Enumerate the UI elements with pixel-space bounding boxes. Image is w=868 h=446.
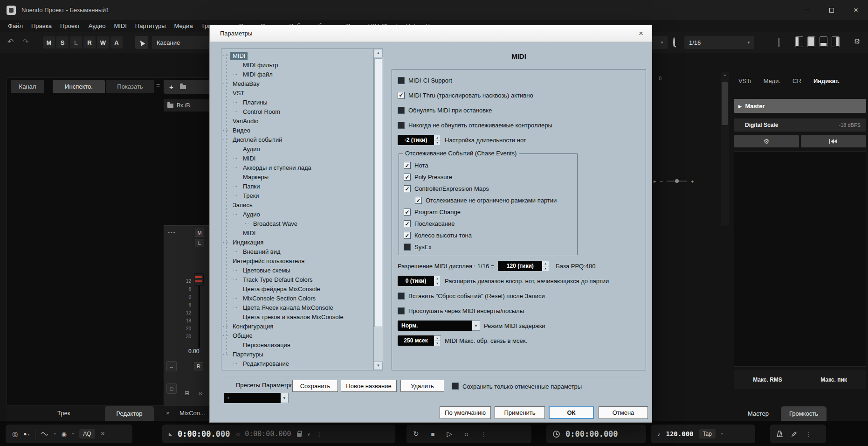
spinner-arrows[interactable]: ▲▼ (434, 276, 441, 286)
fader-value[interactable]: 0.00 (188, 348, 199, 355)
combo-value[interactable]: Норм. (398, 321, 472, 331)
toolbar-letter-button[interactable]: W (97, 36, 109, 49)
tree-item[interactable]: VST (221, 88, 373, 98)
checkbox[interactable] (398, 122, 405, 129)
tree-item[interactable]: Видео (221, 125, 373, 135)
tree-item[interactable]: Цвета треков и каналов MixConsole (221, 312, 373, 321)
dialog-close-button[interactable]: × (630, 25, 652, 42)
tree-item[interactable]: Партитуры (221, 349, 373, 359)
toolbar-letter-button[interactable]: R (83, 36, 96, 49)
transport-time-display[interactable]: 0:00:00.000 (565, 429, 618, 439)
spinner-arrows[interactable]: ▲▼ (542, 261, 549, 271)
toolbar-letter-button[interactable]: A (110, 36, 123, 49)
tree-item[interactable]: Аккорды и ступени лада (221, 163, 373, 172)
max-feedback-spinner[interactable]: 250 мсек ▲▼ (398, 335, 441, 346)
tree-scrollbar[interactable]: ▲ ▼ (373, 49, 383, 370)
scroll-down-button[interactable]: ▼ (374, 362, 383, 370)
extend-range-spinner[interactable]: 0 (тики) ▲▼ (398, 276, 441, 286)
grid-icon[interactable] (778, 38, 779, 47)
lock-icon[interactable] (297, 433, 302, 437)
metronome-level-icon[interactable]: ◉ (61, 431, 66, 438)
tree-item[interactable]: Track Type Default Colors (221, 275, 373, 284)
tree-item[interactable]: Индикация (221, 237, 373, 247)
project-vertical-scrollbar[interactable]: ▲ (721, 72, 729, 226)
checkbox[interactable] (398, 307, 405, 314)
record-button[interactable]: ○ (464, 430, 468, 438)
tree-item[interactable]: Персонализация (221, 340, 373, 349)
pencil-icon[interactable] (791, 431, 797, 437)
right-zone-tab[interactable]: Меди. (764, 77, 780, 84)
tree-item[interactable]: Треки (221, 191, 373, 200)
more-options-icon[interactable]: ••• (168, 230, 176, 235)
more-options-icon[interactable]: ⋮ (481, 431, 487, 438)
audio-activity-icon[interactable] (41, 431, 48, 437)
tree-item[interactable]: Редактирование (221, 359, 373, 368)
chevron-down-icon[interactable]: ∨ (307, 432, 310, 437)
rename-preset-button[interactable]: Новое название (341, 380, 397, 392)
tempo-value[interactable]: 120.000 (666, 430, 694, 438)
apply-button[interactable]: Применить (495, 406, 545, 419)
meter-settings-button[interactable]: ⚙ (734, 135, 799, 147)
selection-tool-button[interactable] (135, 36, 148, 49)
tree-item[interactable]: Плагины (221, 98, 373, 107)
right-zone-tab[interactable]: Индикат. (813, 77, 840, 84)
minimize-button[interactable] (795, 0, 820, 20)
scroll-up-icon[interactable]: ▲ (721, 72, 729, 78)
tree-item[interactable]: VariAudio (221, 116, 373, 125)
toolbar-letter-button[interactable]: M (43, 36, 55, 49)
tree-item[interactable]: Аудио (221, 144, 373, 153)
checkbox[interactable] (452, 383, 459, 390)
tree-item[interactable]: Цвета фейдера MixConsole (221, 284, 373, 293)
primary-time-display[interactable]: 0:00:00.000 (178, 429, 230, 439)
channel-edit-icon[interactable]: □ (166, 383, 177, 394)
tree-item[interactable]: Общие (221, 331, 373, 340)
spinner-value[interactable]: 0 (тики) (398, 276, 434, 286)
tree-item[interactable]: MIDI (221, 51, 373, 60)
tab-inspector[interactable]: Инспекто. (53, 80, 105, 93)
menu-item[interactable]: MIDI (110, 20, 131, 32)
scrollbar-thumb[interactable] (722, 82, 728, 125)
panel-menu-icon[interactable]: = (156, 82, 160, 89)
spinner-arrows[interactable]: ▲▼ (434, 335, 441, 346)
cycle-button[interactable]: ↻ (413, 430, 419, 438)
quantize-magnifier-icon[interactable] (673, 38, 675, 47)
chevron-down-icon[interactable]: ▼ (281, 393, 289, 403)
note-length-spinner[interactable]: -2 (тики) ▲▼ (398, 135, 441, 145)
tap-tempo-button[interactable]: Tap (699, 429, 716, 439)
zone-layout-icon[interactable] (832, 36, 840, 47)
close-button[interactable]: × (844, 0, 868, 20)
tree-item[interactable]: Запись (221, 200, 373, 209)
more-options-icon[interactable]: ⋮ (316, 431, 322, 438)
mute-button[interactable]: M (195, 229, 204, 237)
tree-item[interactable]: MIDI (221, 228, 373, 237)
zoom-out-icon[interactable]: − (660, 179, 663, 184)
read-automation-button[interactable]: R (194, 362, 203, 370)
tree-item[interactable]: Внешний вид (221, 247, 373, 256)
tab-track[interactable]: Трек (57, 410, 70, 417)
stop-button[interactable]: ■ (431, 431, 435, 438)
fader-handle[interactable] (194, 273, 204, 286)
checkbox[interactable] (404, 244, 411, 251)
lower-zone-toggle-icon[interactable] (807, 36, 815, 47)
menu-item[interactable]: Аудио (84, 20, 110, 32)
tree-item[interactable]: Маркеры (221, 172, 373, 181)
chevron-down-icon[interactable]: ▾ (72, 432, 74, 436)
zoom-slider[interactable] (667, 181, 687, 182)
add-rack-icon[interactable]: + (169, 83, 173, 91)
tree-item[interactable]: Папки (221, 181, 373, 191)
master-channel-header[interactable]: ▸ Master (734, 99, 866, 113)
checkbox[interactable] (404, 185, 411, 192)
checkbox[interactable] (415, 197, 422, 204)
close-editor-icon[interactable]: × (166, 410, 170, 417)
io-routing-icon[interactable]: ↔ (166, 361, 177, 371)
meter-scale-label[interactable]: Digital Scale (734, 122, 778, 128)
scrollbar-thumb[interactable] (374, 58, 382, 327)
meter-scale-value[interactable]: -18 dBFS (839, 122, 866, 128)
tree-item[interactable]: MIDI фильтр (221, 60, 373, 70)
right-zone-tab[interactable]: CR (792, 77, 801, 84)
checkbox[interactable] (404, 162, 411, 169)
tab-visibility[interactable]: Показать (106, 80, 154, 93)
chevron-down-icon[interactable]: ▼ (472, 321, 480, 331)
tree-item[interactable]: Цвета Ячеек канала MixConsole (221, 303, 373, 312)
audio-quantize-button[interactable]: AQ (79, 429, 95, 439)
